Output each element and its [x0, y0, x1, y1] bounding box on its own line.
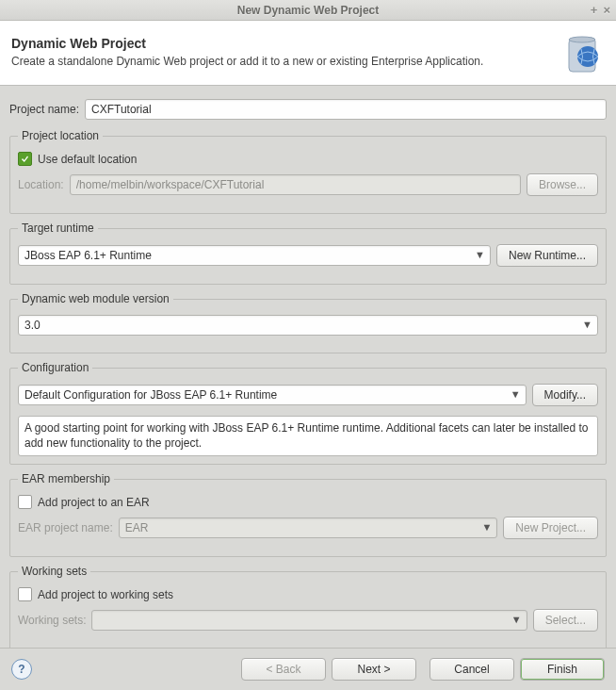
svg-point-1	[569, 37, 595, 42]
configuration-combo[interactable]	[18, 385, 527, 405]
web-module-version-legend: Dynamic web module version	[18, 292, 173, 305]
configuration-group: Configuration ▼ Modify... A good startin…	[9, 361, 607, 465]
new-runtime-button[interactable]: New Runtime...	[496, 244, 598, 267]
add-to-working-sets-checkbox[interactable]	[18, 587, 32, 601]
help-icon[interactable]: ?	[11, 659, 32, 680]
browse-button: Browse...	[527, 173, 598, 196]
banner-description: Create a standalone Dynamic Web project …	[11, 55, 559, 70]
web-module-version-combo[interactable]	[18, 315, 598, 336]
wizard-banner: Dynamic Web Project Create a standalone …	[0, 21, 616, 86]
wizard-footer: ? < Back Next > Cancel Finish	[0, 648, 616, 690]
configuration-legend: Configuration	[18, 361, 92, 374]
back-button: < Back	[241, 658, 326, 681]
project-name-input[interactable]	[85, 99, 607, 120]
project-location-group: Project location Use default location Lo…	[9, 129, 607, 214]
ear-membership-legend: EAR membership	[18, 472, 114, 485]
project-name-label: Project name:	[9, 103, 79, 116]
working-sets-label: Working sets:	[18, 614, 86, 627]
cancel-button[interactable]: Cancel	[430, 658, 514, 681]
location-input	[70, 174, 521, 195]
svg-point-0	[577, 46, 598, 67]
project-location-legend: Project location	[18, 129, 103, 142]
use-default-location-checkbox[interactable]	[18, 152, 32, 166]
modify-button[interactable]: Modify...	[532, 384, 598, 406]
close-icon[interactable]: ×	[603, 3, 610, 17]
ear-project-name-combo	[119, 518, 498, 538]
working-sets-group: Working sets Add project to working sets…	[9, 565, 607, 649]
add-to-working-sets-label: Add project to working sets	[38, 588, 173, 601]
add-to-ear-checkbox[interactable]	[18, 495, 32, 509]
banner-heading: Dynamic Web Project	[11, 36, 559, 51]
web-module-version-group: Dynamic web module version ▼	[9, 292, 607, 353]
working-sets-combo	[91, 610, 527, 631]
use-default-location-label: Use default location	[38, 153, 137, 166]
select-working-sets-button: Select...	[533, 609, 598, 632]
window-title: New Dynamic Web Project	[237, 4, 380, 17]
configuration-description: A good starting point for working with J…	[18, 416, 598, 456]
ear-project-name-label: EAR project name:	[18, 521, 113, 534]
target-runtime-combo[interactable]	[18, 245, 491, 266]
ear-membership-group: EAR membership Add project to an EAR EAR…	[9, 472, 607, 557]
add-to-ear-label: Add project to an EAR	[38, 496, 150, 509]
location-label: Location:	[18, 178, 64, 191]
wizard-icon	[559, 30, 605, 75]
target-runtime-group: Target runtime ▼ New Runtime...	[9, 222, 607, 285]
finish-button[interactable]: Finish	[520, 658, 605, 681]
titlebar: New Dynamic Web Project + ×	[0, 0, 616, 21]
next-button[interactable]: Next >	[332, 658, 416, 681]
target-runtime-legend: Target runtime	[18, 222, 98, 235]
minimize-icon[interactable]: +	[591, 3, 598, 17]
new-ear-project-button: New Project...	[503, 517, 598, 539]
working-sets-legend: Working sets	[18, 565, 90, 578]
